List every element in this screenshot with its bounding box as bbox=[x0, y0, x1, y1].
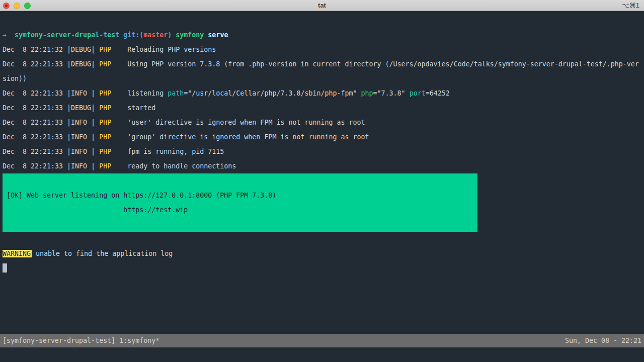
text-segment: ="/usr/local/Cellar/php/7.3.8/sbin/php-f… bbox=[184, 89, 361, 97]
text-segment bbox=[119, 31, 123, 39]
text-segment: 'group' directive is ignored when FPM is… bbox=[111, 133, 369, 141]
ok-box-line: https://test.wip bbox=[3, 203, 477, 217]
text-segment: Dec 8 22:21:33 |DEBUG| bbox=[3, 104, 99, 112]
terminal-line: Dec 8 22:21:33 |DEBUG| PHP Using PHP ver… bbox=[3, 57, 644, 71]
text-segment: ready to handle connections bbox=[111, 162, 236, 170]
tmux-status-bar: [symfony-server-drupal-test] 1:symfony* … bbox=[0, 334, 644, 347]
blank-line bbox=[3, 232, 644, 246]
text-segment: PHP bbox=[99, 119, 111, 126]
text-segment: PHP bbox=[99, 162, 111, 170]
warning-message: unable to find the application log bbox=[32, 250, 173, 257]
block-cursor bbox=[3, 263, 7, 273]
cursor-line bbox=[3, 261, 644, 276]
text-segment: 'user' directive is ignored when FPM is … bbox=[111, 119, 365, 126]
text-segment: serve bbox=[208, 31, 228, 39]
text-segment: php bbox=[361, 89, 373, 97]
text-segment: Dec 8 22:21:33 |DEBUG| bbox=[3, 60, 99, 68]
terminal-line: Dec 8 22:21:33 |INFO | PHP ready to hand… bbox=[3, 159, 644, 173]
text-segment: Dec 8 22:21:33 |INFO | bbox=[3, 89, 99, 97]
text-segment: symfony-server-drupal-test bbox=[15, 31, 119, 39]
text-segment: ="7.3.8" bbox=[373, 89, 410, 97]
ok-message-box: [OK] Web server listening on https://127… bbox=[3, 173, 477, 232]
text-segment: Reloading PHP versions bbox=[111, 46, 216, 53]
ok-box-line bbox=[3, 173, 477, 188]
tmux-session-window-info: [symfony-server-drupal-test] 1:symfony* bbox=[3, 334, 159, 347]
text-segment: PHP bbox=[99, 148, 111, 155]
terminal-line: Dec 8 22:21:33 |INFO | PHP 'user' direct… bbox=[3, 115, 644, 130]
terminal-line: → symfony-server-drupal-test git:(master… bbox=[3, 28, 644, 42]
text-segment: started bbox=[111, 104, 155, 112]
terminal-line: Dec 8 22:21:33 |INFO | PHP fpm is runnin… bbox=[3, 144, 644, 159]
terminal-output[interactable]: → symfony-server-drupal-test git:(master… bbox=[0, 11, 644, 362]
text-segment: port bbox=[410, 89, 426, 97]
text-segment: PHP bbox=[99, 133, 111, 141]
title-bar: tat ⌥⌘1 bbox=[0, 0, 644, 11]
text-segment: PHP bbox=[99, 46, 111, 53]
text-segment: Dec 8 22:21:33 |INFO | bbox=[3, 119, 99, 126]
text-segment: Dec 8 22:21:33 |INFO | bbox=[3, 148, 99, 155]
window-title: tat bbox=[0, 0, 644, 11]
text-segment: PHP bbox=[99, 60, 111, 68]
text-segment: PHP bbox=[99, 104, 111, 112]
terminal-line: sion)) bbox=[3, 71, 644, 86]
text-segment: → bbox=[3, 31, 7, 39]
terminal-line: Dec 8 22:21:33 |INFO | PHP 'group' direc… bbox=[3, 130, 644, 144]
text-segment: fpm is running, pid 7115 bbox=[111, 148, 224, 155]
text-segment: =64252 bbox=[426, 89, 450, 97]
text-segment: path bbox=[168, 89, 184, 97]
warning-badge: WARNING bbox=[3, 250, 32, 257]
text-segment: symfony bbox=[176, 31, 204, 39]
text-segment: PHP bbox=[99, 89, 111, 97]
ok-box-line: [OK] Web server listening on https://127… bbox=[3, 188, 477, 203]
text-segment: master bbox=[143, 31, 168, 39]
terminal-line: Dec 8 22:21:33 |INFO | PHP listening pat… bbox=[3, 86, 644, 101]
terminal-line: Dec 8 22:21:33 |DEBUG| PHP started bbox=[3, 101, 644, 115]
keyboard-shortcut-indicator: ⌥⌘1 bbox=[622, 0, 639, 11]
tmux-clock: Sun, Dec 08 - 22:21 bbox=[565, 334, 641, 347]
text-segment: Using PHP version 7.3.8 (from .php-versi… bbox=[111, 60, 639, 68]
warning-line: WARNING unable to find the application l… bbox=[3, 246, 644, 261]
text-segment: Dec 8 22:21:33 |INFO | bbox=[3, 162, 99, 170]
text-segment: listening bbox=[111, 89, 168, 97]
ok-box-line bbox=[3, 217, 477, 232]
text-segment: Dec 8 22:21:32 |DEBUG| bbox=[3, 46, 99, 53]
text-segment: Dec 8 22:21:33 |INFO | bbox=[3, 133, 99, 141]
terminal-window: tat ⌥⌘1 → symfony-server-drupal-test git… bbox=[0, 0, 644, 362]
text-segment: sion)) bbox=[3, 75, 27, 82]
text-segment bbox=[7, 31, 15, 39]
text-segment: git:( bbox=[123, 31, 143, 39]
terminal-line: Dec 8 22:21:32 |DEBUG| PHP Reloading PHP… bbox=[3, 42, 644, 57]
